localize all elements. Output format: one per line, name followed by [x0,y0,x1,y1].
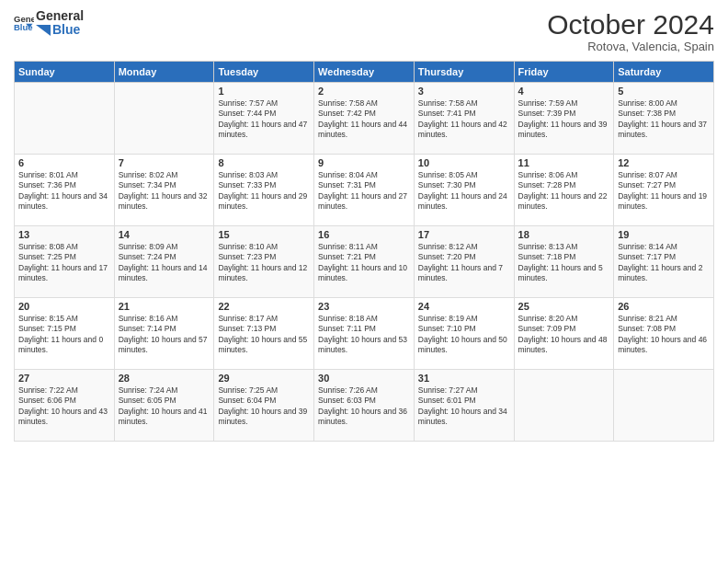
day-cell: 8Sunrise: 8:03 AM Sunset: 7:33 PM Daylig… [214,155,314,226]
logo-blue: Blue [52,23,80,37]
week-row-3: 13Sunrise: 8:08 AM Sunset: 7:25 PM Dayli… [15,226,714,298]
day-info: Sunrise: 8:08 AM Sunset: 7:25 PM Dayligh… [18,242,110,284]
col-thursday: Thursday [414,62,514,83]
day-info: Sunrise: 7:58 AM Sunset: 7:42 PM Dayligh… [318,98,410,141]
day-cell: 9Sunrise: 8:04 AM Sunset: 7:31 PM Daylig… [314,155,415,226]
logo-arrow-icon [36,25,51,36]
day-number: 18 [518,229,610,240]
day-info: Sunrise: 8:18 AM Sunset: 7:11 PM Dayligh… [318,314,410,356]
day-info: Sunrise: 7:27 AM Sunset: 6:01 PM Dayligh… [418,385,510,428]
day-number: 13 [18,229,110,240]
day-cell: 31Sunrise: 7:27 AM Sunset: 6:01 PM Dayli… [414,370,514,442]
logo-icon: General Blue [14,13,34,33]
day-number: 16 [318,229,410,240]
day-number: 6 [18,157,110,168]
day-cell: 26Sunrise: 8:21 AM Sunset: 7:08 PM Dayli… [614,298,714,370]
day-number: 17 [418,229,510,240]
day-cell: 10Sunrise: 8:05 AM Sunset: 7:30 PM Dayli… [414,155,514,226]
day-number: 27 [18,373,110,384]
col-wednesday: Wednesday [314,62,415,83]
week-row-2: 6Sunrise: 8:01 AM Sunset: 7:36 PM Daylig… [15,155,714,226]
calendar-page: General Blue General Blue October 2024 R… [0,0,728,563]
day-info: Sunrise: 7:58 AM Sunset: 7:41 PM Dayligh… [418,98,510,141]
day-cell: 29Sunrise: 7:25 AM Sunset: 6:04 PM Dayli… [214,370,314,442]
day-info: Sunrise: 8:05 AM Sunset: 7:30 PM Dayligh… [418,170,510,213]
week-row-1: 1Sunrise: 7:57 AM Sunset: 7:44 PM Daylig… [15,83,714,155]
day-number: 24 [418,301,510,312]
header-row: Sunday Monday Tuesday Wednesday Thursday… [15,62,714,83]
day-number: 10 [418,157,510,168]
day-cell: 14Sunrise: 8:09 AM Sunset: 7:24 PM Dayli… [114,226,214,298]
day-info: Sunrise: 8:17 AM Sunset: 7:13 PM Dayligh… [218,314,310,356]
day-cell: 28Sunrise: 7:24 AM Sunset: 6:05 PM Dayli… [114,370,214,442]
day-number: 1 [218,86,310,97]
day-number: 2 [318,86,410,97]
day-number: 25 [518,301,610,312]
day-number: 23 [318,301,410,312]
day-info: Sunrise: 7:24 AM Sunset: 6:05 PM Dayligh… [119,385,210,428]
day-number: 31 [418,373,510,384]
day-number: 14 [119,229,210,240]
day-cell [15,83,115,155]
day-number: 21 [119,301,210,312]
header: General Blue General Blue October 2024 R… [14,9,714,53]
calendar-body: 1Sunrise: 7:57 AM Sunset: 7:44 PM Daylig… [15,83,714,442]
col-saturday: Saturday [614,62,714,83]
week-row-4: 20Sunrise: 8:15 AM Sunset: 7:15 PM Dayli… [15,298,714,370]
logo: General Blue General Blue [14,9,84,38]
day-number: 28 [119,373,210,384]
day-cell: 24Sunrise: 8:19 AM Sunset: 7:10 PM Dayli… [414,298,514,370]
day-info: Sunrise: 8:13 AM Sunset: 7:18 PM Dayligh… [518,242,610,284]
day-number: 20 [18,301,110,312]
day-info: Sunrise: 8:04 AM Sunset: 7:31 PM Dayligh… [318,170,410,213]
svg-text:Blue: Blue [14,22,33,32]
day-info: Sunrise: 8:12 AM Sunset: 7:20 PM Dayligh… [418,242,510,284]
day-info: Sunrise: 8:07 AM Sunset: 7:27 PM Dayligh… [618,170,710,213]
day-cell [514,370,614,442]
col-sunday: Sunday [15,62,115,83]
month-title: October 2024 [547,9,714,40]
day-info: Sunrise: 8:21 AM Sunset: 7:08 PM Dayligh… [618,314,710,356]
day-cell [114,83,214,155]
day-number: 12 [618,157,710,168]
day-cell: 2Sunrise: 7:58 AM Sunset: 7:42 PM Daylig… [314,83,415,155]
day-info: Sunrise: 7:57 AM Sunset: 7:44 PM Dayligh… [218,98,310,141]
day-cell: 5Sunrise: 8:00 AM Sunset: 7:38 PM Daylig… [614,83,714,155]
day-info: Sunrise: 8:09 AM Sunset: 7:24 PM Dayligh… [119,242,210,284]
day-cell: 1Sunrise: 7:57 AM Sunset: 7:44 PM Daylig… [214,83,314,155]
day-info: Sunrise: 8:02 AM Sunset: 7:34 PM Dayligh… [119,170,210,213]
day-info: Sunrise: 8:06 AM Sunset: 7:28 PM Dayligh… [518,170,610,213]
col-friday: Friday [514,62,614,83]
day-number: 8 [218,157,310,168]
day-cell: 27Sunrise: 7:22 AM Sunset: 6:06 PM Dayli… [15,370,115,442]
day-cell: 13Sunrise: 8:08 AM Sunset: 7:25 PM Dayli… [15,226,115,298]
day-cell: 3Sunrise: 7:58 AM Sunset: 7:41 PM Daylig… [414,83,514,155]
col-monday: Monday [114,62,214,83]
day-info: Sunrise: 8:01 AM Sunset: 7:36 PM Dayligh… [18,170,110,213]
day-number: 5 [618,86,710,97]
day-number: 7 [119,157,210,168]
day-cell: 23Sunrise: 8:18 AM Sunset: 7:11 PM Dayli… [314,298,415,370]
day-number: 26 [618,301,710,312]
svg-marker-3 [36,25,51,36]
calendar-table: Sunday Monday Tuesday Wednesday Thursday… [14,61,714,442]
day-number: 3 [418,86,510,97]
day-cell: 16Sunrise: 8:11 AM Sunset: 7:21 PM Dayli… [314,226,415,298]
day-cell: 7Sunrise: 8:02 AM Sunset: 7:34 PM Daylig… [114,155,214,226]
day-number: 30 [318,373,410,384]
day-info: Sunrise: 8:14 AM Sunset: 7:17 PM Dayligh… [618,242,710,284]
day-number: 9 [318,157,410,168]
day-cell: 20Sunrise: 8:15 AM Sunset: 7:15 PM Dayli… [15,298,115,370]
day-info: Sunrise: 8:20 AM Sunset: 7:09 PM Dayligh… [518,314,610,356]
day-cell: 4Sunrise: 7:59 AM Sunset: 7:39 PM Daylig… [514,83,614,155]
day-cell [614,370,714,442]
logo-general: General [36,9,84,23]
day-info: Sunrise: 7:25 AM Sunset: 6:04 PM Dayligh… [218,385,310,428]
day-info: Sunrise: 8:11 AM Sunset: 7:21 PM Dayligh… [318,242,410,284]
day-cell: 19Sunrise: 8:14 AM Sunset: 7:17 PM Dayli… [614,226,714,298]
day-cell: 12Sunrise: 8:07 AM Sunset: 7:27 PM Dayli… [614,155,714,226]
day-cell: 30Sunrise: 7:26 AM Sunset: 6:03 PM Dayli… [314,370,415,442]
col-tuesday: Tuesday [214,62,314,83]
title-block: October 2024 Rotova, Valencia, Spain [547,9,714,53]
day-number: 22 [218,301,310,312]
